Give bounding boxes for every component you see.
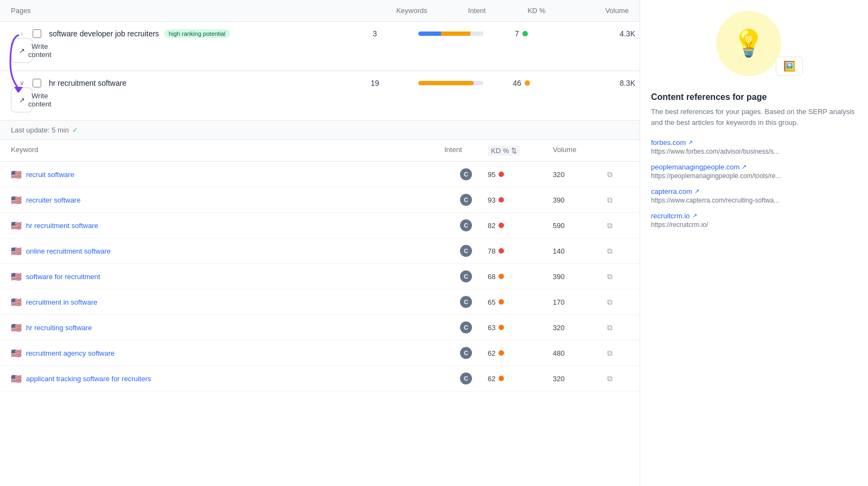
external-link-icon: ↗ [694, 188, 699, 195]
pages-col-header: Pages [11, 7, 379, 15]
ref-url: https://peoplemanagingpeople.com/tools/r… [651, 172, 857, 180]
kd-active-header[interactable]: KD % ⇅ [488, 146, 520, 156]
keyword-name[interactable]: 🇺🇸 recruiter software [11, 195, 444, 205]
kd-dot [499, 223, 504, 228]
illus-circle: 💡 [716, 11, 781, 76]
volume-value: 140 [553, 247, 607, 255]
vol-col: Volume [553, 146, 607, 156]
external-link-icon: ↗ [692, 212, 697, 219]
copy-icon[interactable]: ⧉ [607, 221, 629, 230]
keyword-name[interactable]: 🇺🇸 online recruitment software [11, 246, 444, 256]
copy-icon[interactable]: ⧉ [607, 323, 629, 332]
actions-col [607, 146, 629, 156]
kd-dot [499, 376, 504, 381]
kw-row: 🇺🇸 software for recruitment C 68 390 ⧉ [0, 264, 640, 289]
flag-icon: 🇺🇸 [11, 297, 22, 307]
intent-badge: C [460, 270, 472, 282]
copy-icon[interactable]: ⧉ [607, 349, 629, 358]
keyword-text[interactable]: hr recruitment software [26, 222, 98, 230]
page-row-2: ∨ hr recruitment software 19 46 8.3K ↗ W… [0, 71, 640, 121]
volume-col-header: Volume [564, 7, 629, 15]
progress-yellow-1 [441, 31, 470, 36]
refs-title: Content references for page [651, 92, 857, 102]
ref-url: https://recruitcrm.io/ [651, 221, 857, 229]
kd-value-cell: 93 [488, 196, 553, 204]
page-title-1: software developer job recruiters high r… [49, 29, 342, 38]
flag-icon: 🇺🇸 [11, 169, 22, 180]
intent-cell: C [444, 296, 488, 308]
row-checkbox-1[interactable] [33, 29, 41, 38]
intent-cell: C [444, 347, 488, 359]
kw-row: 🇺🇸 recruitment in software C 65 170 ⧉ [0, 289, 640, 315]
copy-icon[interactable]: ⧉ [607, 170, 629, 179]
intent-cell: C [444, 219, 488, 231]
volume-2: 8.3K [548, 79, 635, 87]
bulb-icon: 💡 [732, 28, 765, 59]
ref-domain-text: forbes.com [651, 138, 686, 147]
kd-dot [499, 274, 504, 279]
volume-value: 170 [553, 298, 607, 306]
svg-marker-0 [14, 87, 23, 92]
last-update-bar: Last update: 5 min ✓ [0, 121, 640, 140]
keyword-text[interactable]: recruitment in software [26, 298, 98, 306]
kw-row: 🇺🇸 applicant tracking software for recru… [0, 366, 640, 392]
intent-badge: C [460, 194, 472, 206]
keyword-text[interactable]: applicant tracking software for recruite… [26, 375, 151, 383]
ref-domain-text: capterra.com [651, 187, 692, 195]
kd-cell-2: 46 [494, 79, 548, 87]
copy-icon[interactable]: ⧉ [607, 298, 629, 307]
ref-domain-link[interactable]: capterra.com ↗ [651, 187, 857, 195]
intent-badge: C [460, 347, 472, 359]
intent-cell: C [444, 321, 488, 333]
keyword-name[interactable]: 🇺🇸 recruitment agency software [11, 348, 444, 358]
keyword-name[interactable]: 🇺🇸 software for recruitment [11, 272, 444, 282]
ref-domain-link[interactable]: peoplemanagingpeople.com ↗ [651, 163, 857, 171]
flag-icon: 🇺🇸 [11, 195, 22, 205]
keyword-text[interactable]: software for recruitment [26, 273, 100, 281]
kd-number: 63 [488, 324, 495, 332]
kd-value-cell: 82 [488, 222, 553, 230]
ref-domain-link[interactable]: forbes.com ↗ [651, 138, 857, 147]
external-link-icon: ↗ [688, 139, 693, 146]
row-checkbox-2[interactable] [33, 79, 41, 87]
flag-icon: 🇺🇸 [11, 348, 22, 358]
keyword-name[interactable]: 🇺🇸 hr recruiting software [11, 323, 444, 333]
kd-number: 82 [488, 222, 495, 230]
keyword-name[interactable]: 🇺🇸 hr recruitment software [11, 220, 444, 231]
copy-icon[interactable]: ⧉ [607, 247, 629, 256]
kd-number: 62 [488, 349, 495, 357]
volume-value: 480 [553, 349, 607, 357]
intent-badge: C [460, 321, 472, 333]
kd-number: 78 [488, 247, 495, 255]
sort-icon: ⇅ [511, 147, 517, 155]
volume-value: 590 [553, 222, 607, 230]
keyword-text[interactable]: recruitment agency software [26, 349, 114, 357]
intent-badge: C [460, 373, 472, 384]
keyword-text[interactable]: recruit software [26, 171, 74, 179]
progress-bar-1 [418, 31, 483, 36]
kd-dot [499, 248, 504, 254]
check-icon: ✓ [72, 126, 78, 134]
keyword-text[interactable]: hr recruiting software [26, 324, 92, 332]
keyword-text[interactable]: online recruitment software [26, 247, 111, 255]
flag-icon: 🇺🇸 [11, 246, 22, 256]
keyword-name[interactable]: 🇺🇸 applicant tracking software for recru… [11, 374, 444, 384]
kd-dot-yellow-2 [525, 80, 530, 86]
keyword-text[interactable]: recruiter software [26, 196, 80, 204]
copy-icon[interactable]: ⧉ [607, 272, 629, 281]
kd-cell-1: 7 [494, 29, 548, 38]
progress-bar-2 [418, 81, 483, 85]
volume-value: 390 [553, 196, 607, 204]
kd-dot [499, 172, 504, 177]
progress-blue-1 [418, 31, 441, 36]
ref-domain-link[interactable]: recruitcrm.io ↗ [651, 212, 857, 220]
keyword-name[interactable]: 🇺🇸 recruitment in software [11, 297, 444, 307]
illus-wrap: 💡 🖼️ [716, 11, 792, 81]
kd-col-header: KD % [509, 7, 564, 15]
keyword-name[interactable]: 🇺🇸 recruit software [11, 169, 444, 180]
copy-icon[interactable]: ⧉ [607, 374, 629, 383]
volume-value: 320 [553, 375, 607, 383]
copy-icon[interactable]: ⧉ [607, 195, 629, 205]
kd-number: 93 [488, 196, 495, 204]
kw-row: 🇺🇸 recruiter software C 93 390 ⧉ [0, 187, 640, 213]
